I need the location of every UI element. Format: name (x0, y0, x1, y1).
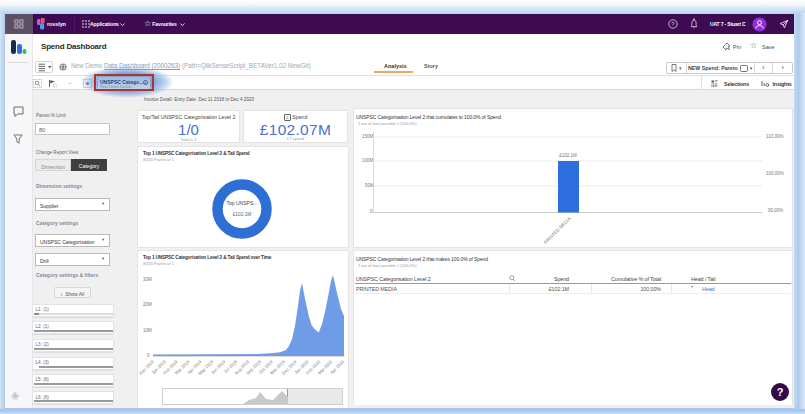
svg-text:?: ? (671, 21, 675, 27)
svg-text:£102.1M: £102.1M (559, 153, 577, 158)
svg-text:PRINTED MEDIA: PRINTED MEDIA (543, 215, 573, 245)
